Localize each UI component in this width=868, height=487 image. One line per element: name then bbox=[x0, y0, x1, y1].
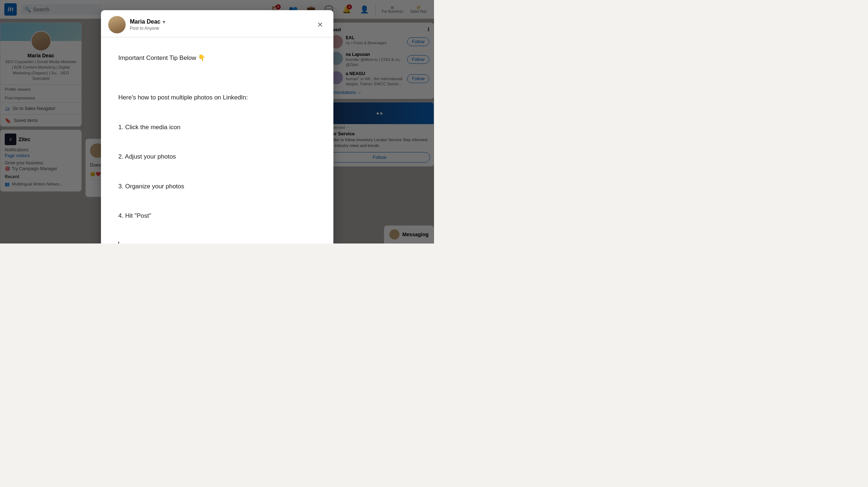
create-post-modal: Maria Deac ▾ Post to Anyone ✕ Important … bbox=[101, 10, 333, 244]
modal-avatar-image bbox=[108, 16, 126, 33]
content-line1: Important Content Tip Below 👇 bbox=[118, 54, 206, 61]
modal-close-button[interactable]: ✕ bbox=[315, 19, 326, 30]
content-line4: 1. Click the media icon bbox=[118, 124, 181, 131]
modal-author-block: Maria Deac ▾ Post to Anyone bbox=[130, 19, 166, 31]
post-audience[interactable]: Post to Anyone bbox=[130, 26, 166, 31]
content-line6: 3. Organize your photos bbox=[118, 183, 184, 190]
content-line5: 2. Adjust your photos bbox=[118, 153, 176, 160]
content-line3: Here's how to post multiple photos on Li… bbox=[118, 94, 248, 101]
modal-avatar bbox=[108, 16, 126, 33]
content-line7: 4. Hit "Post" bbox=[118, 212, 151, 219]
modal-header: Maria Deac ▾ Post to Anyone ✕ bbox=[101, 10, 333, 37]
post-content-editor[interactable]: Important Content Tip Below 👇 Here's how… bbox=[108, 43, 326, 244]
modal-author-name: Maria Deac ▾ bbox=[130, 19, 166, 25]
author-dropdown-icon[interactable]: ▾ bbox=[163, 19, 165, 25]
text-cursor bbox=[118, 242, 119, 244]
modal-body[interactable]: Important Content Tip Below 👇 Here's how… bbox=[101, 37, 333, 244]
